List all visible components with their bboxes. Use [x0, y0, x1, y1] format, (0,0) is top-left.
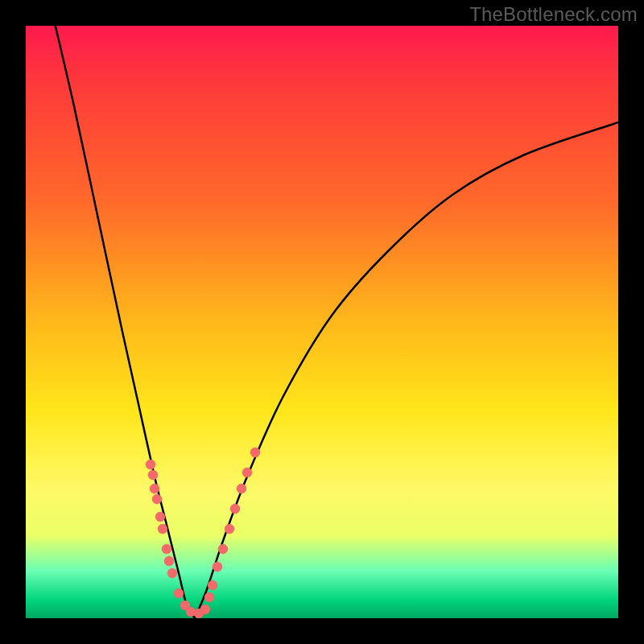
- data-point: [218, 544, 228, 554]
- data-point: [174, 588, 184, 598]
- data-point: [167, 568, 177, 578]
- data-points: [146, 448, 260, 618]
- data-point: [164, 556, 174, 566]
- data-point: [152, 494, 162, 504]
- data-point: [250, 448, 260, 457]
- data-point: [208, 580, 217, 590]
- data-point: [213, 562, 222, 572]
- data-point: [204, 592, 214, 602]
- chart-frame: TheBottleneck.com: [0, 0, 644, 644]
- curves-svg: [26, 26, 618, 618]
- data-point: [155, 512, 165, 522]
- data-point: [162, 544, 171, 554]
- watermark-text: TheBottleneck.com: [469, 3, 638, 26]
- left-curve: [52, 26, 195, 618]
- data-point: [225, 524, 234, 534]
- data-point: [150, 484, 159, 493]
- data-point: [230, 504, 240, 514]
- data-point: [200, 605, 210, 614]
- data-point: [237, 484, 246, 493]
- data-point: [146, 460, 155, 469]
- right-curve: [195, 122, 618, 618]
- plot-area: [26, 26, 618, 618]
- data-point: [148, 470, 158, 480]
- data-point: [242, 468, 252, 477]
- data-point: [158, 524, 167, 534]
